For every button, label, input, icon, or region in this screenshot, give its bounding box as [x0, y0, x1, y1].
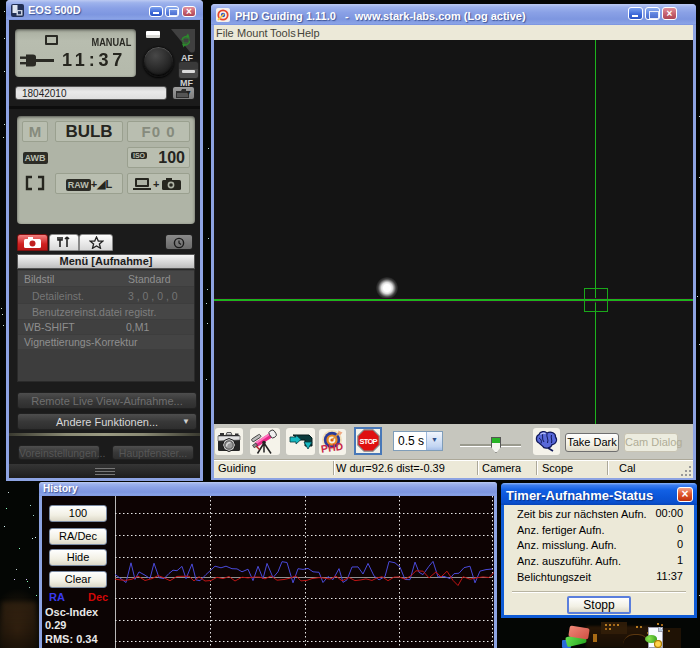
svg-text:PHD: PHD [320, 440, 344, 454]
svg-text:+: + [153, 178, 159, 190]
svg-text:STOP: STOP [359, 437, 377, 446]
